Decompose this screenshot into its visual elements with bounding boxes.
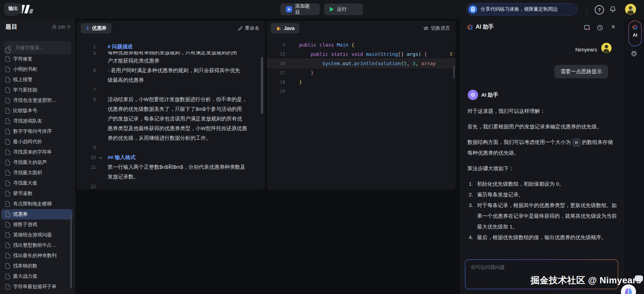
list-item[interactable]: 找单独的数 [1, 261, 72, 271]
list-item[interactable]: 字符修复 [1, 54, 72, 64]
ai-assistant-panel: AI 助手 ✕ Nimyears 需要一点思路提示 [460, 19, 623, 294]
code-line-current: 16 System.out.println(solution(5, 3, arr… [267, 59, 456, 68]
close-output-icon[interactable]: ✕ [630, 6, 634, 12]
problem-sidebar: 题目 共 100 个 字符修复 [0, 19, 75, 294]
problem-title: 寻找最大面积 [13, 170, 42, 176]
ai-toggle-label: AI [633, 32, 637, 38]
tab-java[interactable]: Java [271, 23, 299, 33]
list-item[interactable]: 比较版本号 [1, 106, 72, 116]
list-item[interactable]: 数字字母问号排序 [1, 126, 72, 137]
assistant-message: 对于这道题，我们可以这样理解： 首先，我们要根据用户的发放记录来确定优惠券的优先… [467, 106, 618, 243]
plus-icon: + [286, 6, 292, 12]
list-item[interactable]: 英雄组合游戏问题 [1, 230, 72, 240]
list-item[interactable]: 寻找原来的字符串 [1, 147, 72, 157]
list-item[interactable]: 优惠券 [1, 209, 72, 219]
ai-chat-input-field[interactable] [470, 264, 610, 270]
markdown-text: 惠券类型及他最终获得的优惠券类型，小W想拜托你还原优惠 [108, 125, 247, 131]
code-body[interactable]: 5 public class Main { 12 public static v… [267, 40, 456, 96]
algorithm-step: 遍历每条发放记录。 [469, 189, 618, 200]
line-number: 6 [77, 68, 96, 73]
list-item[interactable]: 寻找最大面积 [1, 168, 72, 178]
markdown-row: 11 第一行输入两个正整数$n$和$m$，分别代表优惠券种类数及 [77, 162, 265, 172]
markdown-row: 6 - 若用户同时满足多种优惠券的规则，则只会获得其中优先 [77, 66, 265, 75]
list-item[interactable] [1, 48, 72, 54]
run-button[interactable]: 运行 [324, 3, 363, 15]
chat-user-avatar [601, 43, 612, 53]
list-item[interactable]: 寻找包含斐波那契... [1, 95, 72, 106]
editor-header: Java 切换语言 [267, 21, 456, 36]
problem-title: 找出最长的神奇数列 [13, 253, 57, 259]
assistant-paragraph: 数据结构方面，我们可以考虑使用一个大小为n的数组来存储每种优惠券的优先级。 [467, 137, 618, 158]
markdown-row: 1 # 问题描述 [77, 42, 265, 51]
list-item[interactable]: 寻找最大的葫芦 [1, 157, 72, 168]
rename-label: 重命名 [245, 25, 259, 31]
sidebar-scrollbar[interactable] [70, 215, 72, 288]
list-item[interactable]: 小明的书柜 [1, 64, 72, 75]
tab-problem[interactable]: ⇩ 优惠券 [81, 23, 111, 33]
history-icon[interactable] [597, 24, 603, 32]
problem-title: 寻找最大的葫芦 [13, 159, 47, 166]
document-icon [6, 87, 10, 93]
fold-badge[interactable]: 3 [449, 51, 452, 57]
markdown-row: 发放记录数。 [77, 172, 265, 182]
inline-code-chip: n [572, 138, 581, 147]
chevron-down-icon[interactable] [99, 155, 103, 159]
list-item[interactable]: 最小趋同代价 [1, 137, 72, 147]
markdown-row: 券的优先级，从而继续进行数据分析的工作。 [77, 133, 265, 143]
switch-language-button[interactable]: 切换语言 [423, 25, 450, 31]
promo-banner[interactable]: 分享代码练习体验，领限量定制周边 [466, 3, 577, 16]
app-logo[interactable] [20, 4, 34, 14]
sidebar-title: 题目 [6, 23, 17, 31]
problem-title: 数字字母问号排序 [13, 128, 52, 135]
line-number: 9 [77, 145, 96, 150]
algorithm-steps: 初始化优先级数组，初始值都设为 0。 遍历每条发放记录。 对于每条记录，根据其中… [467, 178, 618, 243]
list-item[interactable]: 找出最长的神奇数列 [1, 251, 72, 261]
swap-arrows-icon [423, 26, 429, 31]
problem-count: 共 100 个 [52, 24, 71, 30]
line-number: 1 [77, 44, 96, 49]
add-problem-button[interactable]: + 添加题目 [280, 3, 320, 15]
markdown-row: 户的发放记录，每条记录包含该用户满足发放规则的所有优 [77, 114, 265, 124]
help-icon[interactable]: ? [595, 5, 604, 14]
close-ai-panel-icon[interactable]: ✕ [611, 24, 615, 30]
rename-button[interactable]: 重命名 [238, 25, 259, 31]
tab-java-label: Java [284, 26, 295, 31]
problem-list: 字符修复 小明的书柜 线上报警 学习新技能 [0, 48, 75, 294]
ai-panel-title: AI 助手 [476, 23, 494, 31]
output-tab[interactable]: 输出 [4, 3, 22, 14]
document-icon [6, 149, 10, 155]
document-icon [6, 222, 10, 227]
line-number: 12 [267, 51, 285, 57]
list-item[interactable]: 线上报警 [1, 75, 72, 85]
list-item[interactable]: 寻找最大值 [1, 178, 72, 188]
list-item[interactable]: 字符串最短循环子串 [1, 282, 72, 292]
algorithm-step: 对于每条记录，根据其中的优惠券类型，更新优先级数组。如果一个优惠券在记录中是最终… [469, 200, 618, 232]
brain-icon [624, 287, 633, 294]
description-header: ⇩ 优惠券 重命名 [77, 21, 265, 36]
document-icon [6, 284, 10, 290]
list-item[interactable]: 学习新技能 [1, 85, 72, 95]
problem-title: 寻找原来的字符串 [13, 149, 52, 155]
list-item[interactable]: 寻找游戏队友 [1, 116, 72, 126]
list-item[interactable]: 摇骰子游戏 [1, 219, 72, 230]
debug-icon[interactable] [631, 50, 637, 59]
markdown-text: 户的发放记录，每条记录包含该用户满足发放规则的所有优 [108, 116, 242, 121]
ai-assistant-toggle[interactable]: AI [628, 21, 642, 46]
description-scrollbar[interactable] [261, 57, 263, 114]
list-item[interactable]: 最大战力值 [1, 271, 72, 282]
line-number: 8 [77, 97, 96, 102]
list-item[interactable]: 硬币凑数 [1, 188, 72, 199]
notification-bell-icon[interactable] [609, 6, 616, 14]
markdown-text: 每种优惠券都有单独的发放规则，只有满足发放规则的用 [108, 51, 237, 55]
assistant-paragraph: 首先，我们要根据用户的发放记录来确定优惠券的优先级。 [467, 121, 618, 132]
new-chat-icon[interactable] [584, 24, 591, 32]
chat-user-name: Nimyears [575, 47, 597, 52]
editor-scrollbar[interactable] [453, 66, 455, 79]
problem-title: 学习新技能 [13, 87, 37, 93]
problem-title: 寻找包含斐波那契... [13, 97, 56, 104]
document-icon [6, 253, 10, 258]
problem-title: 找单独的数 [13, 263, 37, 269]
list-item[interactable]: 有点限制地走楼梯 [1, 199, 72, 209]
list-item[interactable]: 找出整型数组中占... [1, 240, 72, 251]
line-number: 12 [77, 184, 96, 189]
